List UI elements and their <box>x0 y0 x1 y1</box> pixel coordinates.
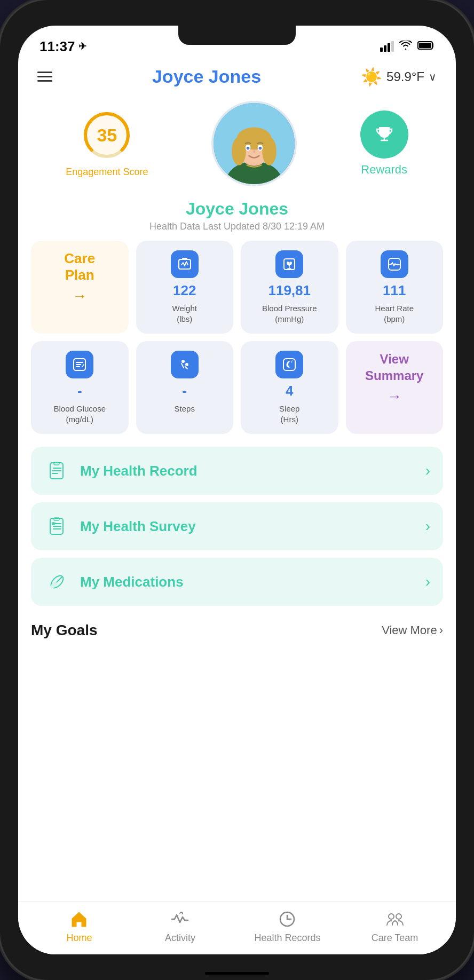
health-survey-label: My Health Survey <box>80 518 416 535</box>
rewards-label: Rewards <box>361 163 407 177</box>
health-survey-icon <box>44 513 70 540</box>
svg-point-10 <box>262 137 276 165</box>
survey-svg <box>48 517 67 536</box>
view-summary-title: ViewSummary <box>365 351 423 384</box>
heart-rate-card[interactable]: 111 Heart Rate(bpm) <box>346 241 444 334</box>
health-survey-chevron: › <box>425 518 430 535</box>
engagement-score-widget: 35 Engagement Score <box>66 108 148 178</box>
goals-title: My Goals <box>31 622 97 639</box>
metrics-grid-row2: - Blood Glucose(mg/dL) - Steps <box>18 341 456 434</box>
weight-label: Weight(lbs) <box>172 303 197 324</box>
blood-glucose-card[interactable]: - Blood Glucose(mg/dL) <box>31 341 129 434</box>
pill-svg <box>48 572 67 591</box>
header-username: Joyce Jones <box>152 66 261 87</box>
home-nav-label: Home <box>66 932 92 944</box>
nav-home[interactable]: Home <box>52 909 106 944</box>
nav-activity[interactable]: Activity <box>153 909 207 944</box>
sun-icon: ☀️ <box>361 67 382 87</box>
nav-health-records[interactable]: Health Records <box>254 909 320 944</box>
health-survey-item[interactable]: My Health Survey › <box>31 502 443 550</box>
view-more-label: View More <box>382 623 437 637</box>
signal-bars <box>380 41 394 52</box>
glucose-value: - <box>77 383 82 399</box>
weather-section[interactable]: ☀️ 59.9°F ∨ <box>361 67 437 87</box>
medications-item[interactable]: My Medications › <box>31 558 443 606</box>
medications-chevron: › <box>425 573 430 590</box>
heart-rate-icon <box>381 250 408 278</box>
view-summary-arrow: → <box>387 388 402 405</box>
care-plan-card[interactable]: CarePlan → <box>31 241 129 334</box>
care-team-nav-label: Care Team <box>372 932 418 944</box>
svg-rect-15 <box>179 259 191 269</box>
sleep-svg: z z <box>282 357 297 372</box>
blood-pressure-icon <box>275 250 303 278</box>
goals-header: My Goals View More › <box>18 611 456 644</box>
chevron-down-icon: ∨ <box>429 70 437 83</box>
health-record-item[interactable]: My Health Record › <box>31 447 443 495</box>
steps-label: Steps <box>175 404 195 414</box>
medications-label: My Medications <box>80 574 416 590</box>
score-circle: 35 <box>80 108 133 162</box>
blood-pressure-card[interactable]: 119,81 Blood Pressure(mmHg) <box>241 241 338 334</box>
sleep-icon: z z <box>275 351 303 378</box>
phone-frame: 11:37 ✈ <box>0 0 474 980</box>
profile-last-updated: Health Data Last Updated 8/30 12:19 AM <box>34 221 440 232</box>
svg-rect-21 <box>76 366 80 367</box>
bp-label: Blood Pressure(mmHg) <box>262 303 317 324</box>
weight-icon <box>171 250 199 278</box>
menu-line-2 <box>37 76 52 77</box>
nav-care-team[interactable]: Care Team <box>368 909 422 944</box>
home-icon <box>69 909 89 929</box>
health-record-icon <box>44 457 70 484</box>
sleep-card[interactable]: z z 4 Sleep(Hrs) <box>241 341 338 434</box>
sleep-value: 4 <box>286 383 293 399</box>
profile-avatar <box>211 101 297 186</box>
rewards-circle <box>360 110 408 159</box>
steps-card[interactable]: - Steps <box>136 341 234 434</box>
svg-rect-30 <box>54 518 59 520</box>
view-more-button[interactable]: View More › <box>382 623 443 637</box>
profile-name-section: Joyce Jones Health Data Last Updated 8/3… <box>18 197 456 241</box>
menu-line-3 <box>37 80 52 82</box>
steps-value: - <box>182 383 187 399</box>
avatar-svg <box>214 103 295 184</box>
view-summary-card[interactable]: ViewSummary → <box>346 341 444 434</box>
signal-bar-1 <box>380 48 383 52</box>
bp-value: 119,81 <box>268 282 311 299</box>
status-icons <box>380 41 434 53</box>
medications-icon <box>44 568 70 595</box>
svg-point-13 <box>247 147 250 150</box>
status-time: 11:37 ✈ <box>40 38 86 55</box>
scroll-content: 35 Engagement Score <box>18 96 456 901</box>
rewards-section[interactable]: Rewards <box>360 110 408 177</box>
weight-card[interactable]: 122 Weight(lbs) <box>136 241 234 334</box>
svg-rect-1 <box>419 43 431 48</box>
view-more-chevron: › <box>439 623 443 637</box>
trophy-icon <box>373 123 396 146</box>
svg-text:z: z <box>292 359 293 362</box>
home-indicator <box>205 972 269 975</box>
glucose-label: Blood Glucose(mg/dL) <box>53 404 106 424</box>
phone-screen: 11:37 ✈ <box>18 26 456 954</box>
app-header: Joyce Jones ☀️ 59.9°F ∨ <box>18 58 456 96</box>
menu-items-list: My Health Record › My Health <box>18 441 456 611</box>
wifi-icon <box>399 41 412 53</box>
profile-section: 35 Engagement Score <box>18 96 456 197</box>
health-records-nav-label: Health Records <box>254 932 320 944</box>
steps-icon <box>171 351 199 378</box>
svg-point-36 <box>389 914 394 919</box>
hamburger-menu[interactable] <box>37 72 52 82</box>
steps-svg <box>177 357 192 372</box>
health-record-label: My Health Record <box>80 463 416 479</box>
signal-bar-4 <box>391 41 394 52</box>
location-icon: ✈ <box>78 41 86 52</box>
signal-bar-3 <box>388 43 390 52</box>
hr-value: 111 <box>383 282 406 299</box>
hr-svg <box>387 257 402 272</box>
svg-point-37 <box>396 914 401 919</box>
care-plan-title: CarePlan <box>64 250 95 283</box>
svg-point-14 <box>259 147 262 150</box>
svg-rect-24 <box>283 359 295 370</box>
blood-glucose-icon <box>66 351 93 378</box>
metrics-grid-row1: CarePlan → 122 Weight(lbs) <box>18 241 456 334</box>
